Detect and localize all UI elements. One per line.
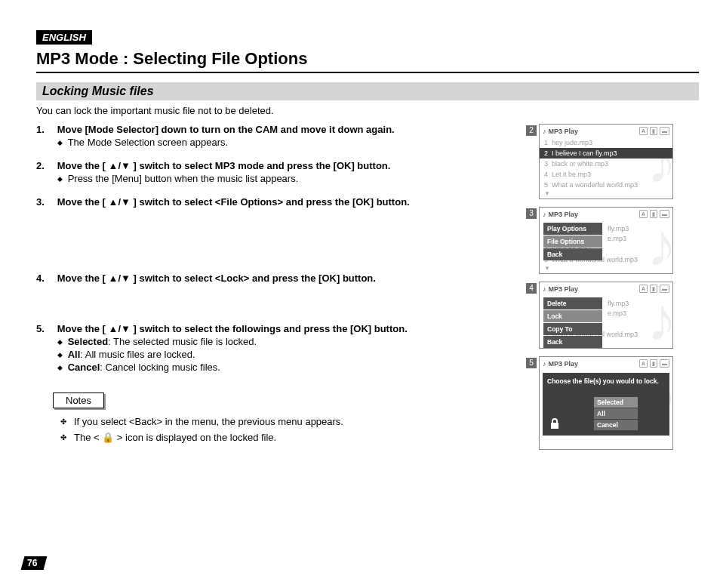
- step-number: 4.: [36, 272, 54, 284]
- section-subtitle: Locking Music files: [36, 82, 699, 100]
- menu-lock[interactable]: Lock: [543, 310, 602, 322]
- file-options-menu: Delete Lock Copy To Back: [543, 297, 602, 349]
- device-screen-4: ♪ ♪ MP3 Play A▮▬ fly.mp3 e.mp3 5 What a …: [539, 282, 673, 349]
- screen-title: MP3 Play: [549, 285, 579, 293]
- menu-back[interactable]: Back: [543, 336, 602, 348]
- notes-label: Notes: [53, 393, 104, 408]
- screen-step-badge: 4: [526, 283, 537, 294]
- device-screen-3: ♪ ♪ MP3 Play A▮▬ fly.mp3 e.mp3 4 Let it …: [539, 207, 673, 274]
- screen-step-badge: 5: [526, 358, 537, 368]
- status-icons: A▮▬: [639, 210, 669, 218]
- screen-step-badge: 3: [526, 208, 537, 219]
- page-number-badge: 76: [21, 555, 47, 571]
- options-menu: Play Options File Options Back: [543, 223, 602, 261]
- menu-play-options[interactable]: Play Options: [543, 223, 602, 235]
- status-icons: A▮▬: [639, 285, 669, 293]
- music-note-icon: ♪: [543, 128, 546, 135]
- step-heading: Move the [ ▲/▼ ] switch to select MP3 mo…: [57, 160, 391, 171]
- step-1: 1. Move [Mode Selector] down to turn on …: [36, 124, 527, 148]
- step-sub: Selected: The selected music file is loc…: [57, 336, 518, 347]
- note-item: If you select <Back> in the menu, the pr…: [53, 416, 527, 427]
- step-heading: Move [Mode Selector] down to turn on the…: [57, 124, 395, 135]
- step-sub: Press the [Menu] button when the music l…: [57, 173, 518, 184]
- scroll-down-icon: ▼: [540, 265, 672, 273]
- step-number: 2.: [36, 160, 54, 171]
- confirm-all[interactable]: All: [594, 408, 638, 419]
- menu-copy-to[interactable]: Copy To: [543, 323, 602, 335]
- step-heading: Move the [ ▲/▼ ] switch to select <File …: [57, 196, 410, 208]
- confirm-message: Choose the file(s) you would to lock.: [547, 377, 665, 385]
- step-5: 5. Move the [ ▲/▼ ] switch to select the…: [36, 323, 527, 373]
- music-note-icon: ♪: [543, 211, 546, 218]
- music-note-icon: ♪: [543, 360, 546, 368]
- language-badge: ENGLISH: [36, 30, 92, 45]
- status-icons: A▮▬: [639, 359, 669, 368]
- scroll-down-icon: ▼: [540, 190, 672, 199]
- step-heading: Move the [ ▲/▼ ] switch to select <Lock>…: [57, 272, 376, 284]
- step-2: 2. Move the [ ▲/▼ ] switch to select MP3…: [36, 160, 527, 184]
- note-item: The < 🔒 > icon is displayed on the locke…: [53, 432, 527, 443]
- music-note-icon: ♪: [543, 285, 546, 293]
- confirm-selected[interactable]: Selected: [594, 397, 638, 408]
- device-screen-5: ♪ ♪ MP3 Play A▮▬ Choose the file(s) you …: [539, 356, 673, 450]
- screen-title: MP3 Play: [549, 360, 579, 368]
- step-3: 3. Move the [ ▲/▼ ] switch to select <Fi…: [36, 196, 527, 208]
- screens-column: 2 ♪ ♪ MP3 Play A▮▬ 1 hey jude.mp3 2 I be…: [539, 124, 688, 457]
- screen-step-badge: 2: [526, 125, 537, 136]
- menu-back[interactable]: Back: [543, 248, 602, 260]
- step-4: 4. Move the [ ▲/▼ ] switch to select <Lo…: [36, 272, 527, 284]
- screen-title: MP3 Play: [549, 211, 579, 218]
- page-title: MP3 Mode : Selecting File Options: [36, 49, 699, 73]
- confirm-cancel[interactable]: Cancel: [594, 420, 638, 430]
- screen-title: MP3 Play: [549, 128, 579, 135]
- step-sub: All: All music files are locked.: [57, 349, 518, 360]
- device-screen-2: ♪ ♪ MP3 Play A▮▬ 1 hey jude.mp3 2 I beli…: [539, 124, 673, 199]
- menu-delete[interactable]: Delete: [543, 297, 602, 309]
- notes-section: Notes If you select <Back> in the menu, …: [53, 393, 527, 443]
- step-heading: Move the [ ▲/▼ ] switch to select the fo…: [57, 323, 408, 334]
- step-number: 5.: [36, 323, 54, 334]
- menu-file-options[interactable]: File Options: [543, 236, 602, 248]
- status-icons: A▮▬: [639, 127, 669, 135]
- step-number: 1.: [36, 124, 54, 135]
- step-sub: Cancel: Cancel locking music files.: [57, 362, 518, 373]
- step-sub: The Mode Selection screen appears.: [57, 137, 518, 148]
- lock-icon: [549, 417, 561, 431]
- step-number: 3.: [36, 196, 54, 208]
- intro-text: You can lock the important music file no…: [36, 105, 699, 116]
- confirm-dialog: Choose the file(s) you would to lock. Se…: [543, 373, 669, 436]
- steps-column: 1. Move [Mode Selector] down to turn on …: [36, 124, 527, 457]
